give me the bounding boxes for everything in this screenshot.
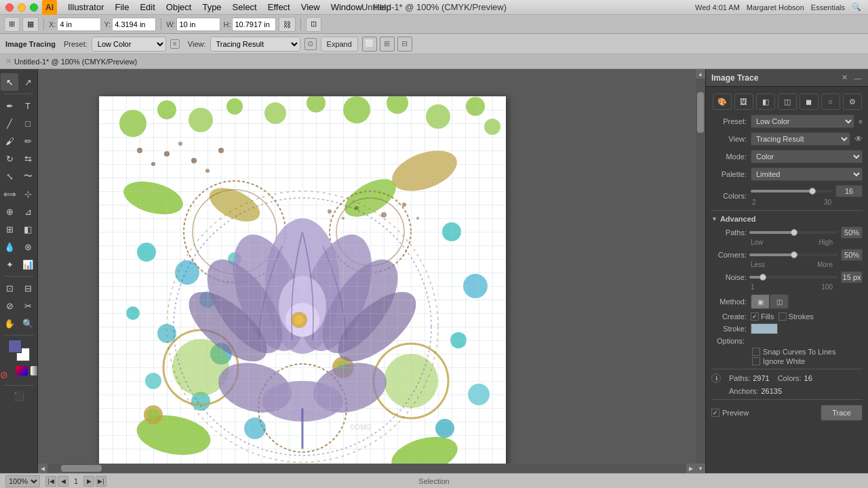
scissors-tool[interactable]: ✂ — [19, 297, 37, 314]
panel-view-select[interactable]: Tracing Result Original Image — [751, 132, 850, 146]
hand-tool[interactable]: ✋ — [1, 314, 18, 332]
noise-value-box[interactable]: 15 px — [841, 271, 863, 283]
line-tool[interactable]: ╱ — [1, 115, 18, 132]
column-graph-tool[interactable]: 📊 — [19, 256, 37, 273]
corners-slider-thumb[interactable] — [791, 251, 797, 258]
type-tool[interactable]: T — [19, 97, 37, 115]
reflect-tool[interactable]: ⇆ — [19, 150, 37, 167]
artboard[interactable]: ©OMG — [99, 96, 506, 473]
preset-select[interactable]: Low Color High Color Grayscale Black and… — [92, 37, 166, 52]
close-button[interactable] — [5, 3, 14, 12]
method-overlapping-btn[interactable]: ◫ — [770, 294, 789, 309]
x-input[interactable] — [57, 18, 101, 31]
transform-extra-btn[interactable]: ⊡ — [306, 17, 321, 32]
zoom-select[interactable]: 100% 50% 200% — [5, 475, 40, 487]
vertical-scrollbar[interactable]: ▲ ▼ — [696, 69, 705, 473]
pencil-tool[interactable]: ✏ — [19, 132, 37, 150]
slice-tool[interactable]: ⊟ — [19, 279, 37, 297]
constrain-proportions-btn[interactable]: ⛓ — [279, 17, 296, 32]
warp-tool[interactable]: 〜 — [19, 167, 37, 185]
color-icon[interactable] — [16, 366, 28, 375]
panel-preset-select[interactable]: Low Color High Color — [751, 115, 854, 128]
scroll-left-arrow[interactable]: ◀ — [38, 464, 47, 473]
next-page-btn[interactable]: ▶ — [83, 476, 94, 487]
menu-object[interactable]: Object — [161, 2, 197, 12]
fill-swatch[interactable] — [8, 340, 22, 353]
menu-effect[interactable]: Effect — [262, 2, 296, 12]
photo-icon-btn[interactable]: 🖼 — [734, 94, 753, 110]
view-select[interactable]: Tracing Result Original Image Outlines O… — [210, 37, 300, 52]
custom-icon-btn[interactable]: ⚙ — [843, 94, 862, 110]
menu-view[interactable]: View — [296, 2, 326, 12]
scroll-down-arrow[interactable]: ▼ — [696, 464, 705, 473]
traffic-lights[interactable] — [5, 3, 38, 12]
last-page-btn[interactable]: ▶| — [96, 476, 106, 487]
trace-button[interactable]: Trace — [821, 405, 863, 421]
zoom-tool[interactable]: 🔍 — [19, 314, 37, 332]
panel-collapse-btn[interactable]: — — [853, 73, 863, 83]
width-tool[interactable]: ⟺ — [1, 185, 18, 203]
transform-icon-3[interactable]: ⊟ — [397, 37, 412, 52]
close-doc-icon[interactable]: ✕ — [5, 57, 12, 66]
strokes-checkbox[interactable] — [778, 312, 787, 321]
menu-file[interactable]: File — [109, 2, 134, 12]
pen-tool[interactable]: ✒ — [1, 97, 18, 115]
noise-slider-thumb[interactable] — [760, 274, 766, 281]
artboard-tool[interactable]: ⊡ — [1, 279, 18, 297]
none-icon[interactable]: ⊘ — [0, 366, 13, 384]
menu-edit[interactable]: Edit — [134, 2, 160, 12]
auto-icon-btn[interactable]: 🎨 — [713, 94, 732, 110]
view-toggle-icon[interactable]: ⊙ — [304, 38, 317, 50]
colors-slider-thumb[interactable] — [809, 188, 816, 195]
method-abutting-btn[interactable]: ▣ — [751, 294, 770, 309]
colors-slider-track[interactable] — [751, 190, 833, 192]
eyedropper-tool[interactable]: 💧 — [1, 238, 18, 256]
scale-tool[interactable]: ⤡ — [1, 167, 18, 185]
symbol-sprayer-tool[interactable]: ✦ — [1, 256, 18, 273]
blend-tool[interactable]: ⊛ — [19, 238, 37, 256]
low-color-icon-btn[interactable]: ◧ — [756, 94, 775, 110]
snap-curves-checkbox[interactable] — [752, 348, 760, 356]
align-btn[interactable]: ▦ — [22, 17, 39, 32]
paintbrush-tool[interactable]: 🖌 — [1, 132, 18, 150]
prev-page-btn[interactable]: ◀ — [58, 476, 68, 487]
paths-slider-thumb[interactable] — [791, 229, 797, 236]
direct-selection-tool[interactable]: ↗ — [19, 73, 37, 91]
h-input[interactable] — [232, 18, 276, 31]
fills-checkbox[interactable] — [751, 312, 759, 321]
preset-menu-icon[interactable]: ≡ — [859, 118, 863, 125]
shape-builder-tool[interactable]: ⊕ — [1, 203, 18, 220]
canvas-area[interactable]: ©OMG ▲ ▼ ◀ ▶ — [38, 69, 705, 473]
noise-slider-track[interactable] — [749, 276, 838, 279]
mesh-tool[interactable]: ⊞ — [1, 220, 18, 238]
panel-close-btn[interactable]: ✕ — [840, 73, 849, 83]
minimize-button[interactable] — [18, 3, 26, 12]
change-screen-mode-btn[interactable]: ⬛ — [10, 387, 28, 405]
menu-select[interactable]: Select — [227, 2, 262, 12]
preview-checkbox[interactable] — [711, 409, 719, 417]
rotate-tool[interactable]: ↻ — [1, 150, 18, 167]
w-input[interactable] — [176, 18, 220, 31]
stroke-color-swatch[interactable] — [751, 323, 778, 334]
transform-icon-1[interactable]: ⬜ — [362, 37, 377, 52]
expand-button[interactable]: Expand — [321, 37, 358, 52]
menu-illustrator[interactable]: Illustrator — [62, 2, 109, 12]
paths-value-box[interactable]: 50% — [841, 226, 863, 239]
search-icon[interactable]: 🔍 — [852, 3, 861, 12]
grayscale-icon-btn[interactable]: ◫ — [778, 94, 797, 110]
preset-options-icon[interactable]: ≡ — [170, 39, 180, 49]
advanced-section-header[interactable]: ▼ Advanced — [706, 213, 868, 225]
transform-options-btn[interactable]: ⊞ — [4, 17, 20, 32]
view-eye-icon[interactable]: 👁 — [854, 134, 863, 144]
menu-type[interactable]: Type — [197, 2, 226, 12]
selection-tool[interactable]: ↖ — [1, 73, 18, 91]
fill-stroke-swatches[interactable] — [8, 340, 30, 361]
scroll-thumb-v[interactable] — [697, 92, 704, 133]
ignore-white-checkbox[interactable] — [752, 357, 760, 365]
paths-slider-track[interactable] — [749, 231, 838, 234]
bw-icon-btn[interactable]: ◼ — [800, 94, 818, 110]
corners-slider-track[interactable] — [749, 253, 838, 256]
scroll-thumb-h[interactable] — [61, 465, 102, 472]
eraser-tool[interactable]: ⊘ — [1, 297, 18, 314]
y-input[interactable] — [112, 18, 156, 31]
